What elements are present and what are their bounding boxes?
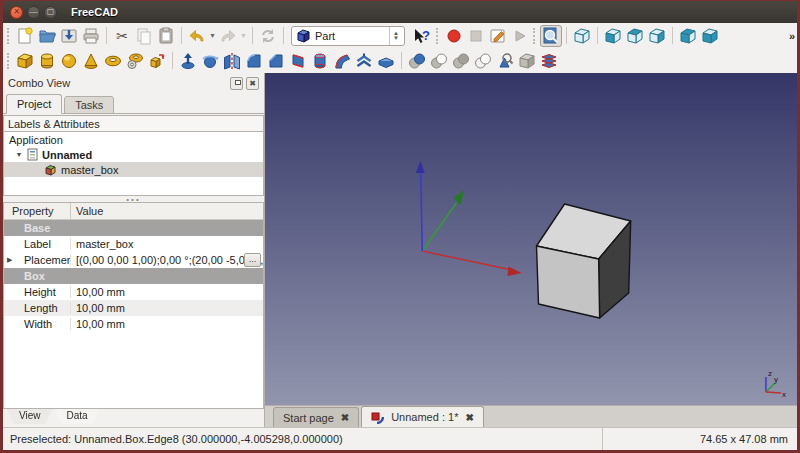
chamfer-icon [266, 51, 286, 71]
cone-icon [81, 51, 101, 71]
tab-tasks[interactable]: Tasks [64, 96, 114, 114]
part-defeaturing-button[interactable] [516, 50, 538, 72]
fit-all-button[interactable] [540, 25, 562, 47]
cut-button[interactable]: ✂ [111, 25, 133, 47]
part-box-button[interactable] [14, 50, 36, 72]
close-tab-icon[interactable]: ✖ [341, 412, 349, 423]
part-sphere-button[interactable] [58, 50, 80, 72]
mdi-tab-document[interactable]: Unnamed : 1* ✖ [361, 406, 484, 427]
property-row-height[interactable]: Height 10,00 mm [4, 284, 263, 300]
expander-icon[interactable]: ▶ [7, 256, 12, 264]
revolve-icon [200, 51, 220, 71]
float-icon [235, 80, 241, 85]
part-chamfer-button[interactable] [265, 50, 287, 72]
whats-this-button[interactable]: ? [408, 25, 434, 47]
part-torus-button[interactable] [102, 50, 124, 72]
window-close-button[interactable]: ✕ [10, 6, 23, 19]
redo-icon [218, 26, 238, 46]
toolbar-overflow-button[interactable]: » [789, 30, 795, 42]
paste-button[interactable] [155, 25, 177, 47]
tree-header: Labels & Attributes [3, 115, 264, 132]
extrude-icon [178, 51, 198, 71]
open-document-button[interactable] [36, 25, 58, 47]
part-cross-sections-button[interactable] [538, 50, 560, 72]
view-bottom-button[interactable] [699, 25, 721, 47]
toolbar-drag-handle[interactable] [436, 28, 439, 44]
tab-project[interactable]: Project [6, 94, 62, 114]
tab-view[interactable]: View [7, 409, 53, 424]
part-mirror-button[interactable] [221, 50, 243, 72]
new-document-button[interactable] [14, 25, 36, 47]
window-minimize-button[interactable]: — [27, 6, 40, 19]
property-group-box[interactable]: Box [4, 268, 263, 284]
part-loft-button[interactable] [309, 50, 331, 72]
part-workbench-icon [296, 28, 311, 43]
axonometric-cube-icon [572, 26, 592, 46]
close-tab-icon[interactable]: ✖ [465, 412, 473, 423]
property-row-width[interactable]: Width 10,00 mm [4, 316, 263, 332]
refresh-button[interactable] [257, 25, 279, 47]
part-section-button[interactable] [472, 50, 494, 72]
toolbar-separator [672, 27, 673, 44]
part-offset-button[interactable] [353, 50, 375, 72]
part-union-button[interactable] [450, 50, 472, 72]
save-document-button[interactable] [58, 25, 80, 47]
3d-viewport[interactable]: z y x [265, 73, 797, 405]
part-sweep-button[interactable] [331, 50, 353, 72]
part-revolve-button[interactable] [199, 50, 221, 72]
part-primitives-button[interactable] [124, 50, 146, 72]
redo-button[interactable] [217, 25, 239, 47]
workbench-selector-spinner[interactable]: ▲▼ [389, 27, 402, 45]
property-group-base[interactable]: Base [4, 220, 263, 236]
part-ruled-surface-button[interactable] [287, 50, 309, 72]
part-cut-button[interactable] [428, 50, 450, 72]
macro-edit-button[interactable] [487, 25, 509, 47]
freecad-document-icon [371, 411, 384, 424]
tree-item-master-box[interactable]: master_box [4, 162, 263, 177]
view-rear-button[interactable] [677, 25, 699, 47]
panel-close-button[interactable]: ✖ [246, 77, 259, 90]
save-icon [59, 26, 79, 46]
tree-item-application[interactable]: Application [4, 132, 263, 147]
property-row-label[interactable]: Label master_box [4, 236, 263, 252]
workbench-selector-value: Part [315, 30, 389, 42]
copy-button[interactable] [133, 25, 155, 47]
right-view-cube-icon [647, 26, 667, 46]
toolbar-drag-handle[interactable] [533, 28, 536, 44]
view-front-button[interactable] [602, 25, 624, 47]
status-message: Preselected: Unnamed.Box.Edge8 (30.00000… [3, 433, 602, 445]
macro-record-button[interactable] [443, 25, 465, 47]
front-view-cube-icon [603, 26, 623, 46]
workbench-selector[interactable]: Part ▲▼ [291, 26, 405, 46]
part-cone-button[interactable] [80, 50, 102, 72]
view-right-button[interactable] [646, 25, 668, 47]
view-top-button[interactable] [624, 25, 646, 47]
part-cylinder-button[interactable] [36, 50, 58, 72]
undo-button[interactable] [186, 25, 208, 47]
part-shape-builder-button[interactable] [146, 50, 168, 72]
redo-dropdown-arrow[interactable]: ▼ [239, 32, 248, 39]
toolbar-drag-handle[interactable] [7, 53, 10, 69]
panel-float-button[interactable] [230, 77, 243, 90]
check-geometry-icon [495, 51, 515, 71]
expander-icon[interactable]: ▼ [14, 151, 24, 158]
toolbar-drag-handle[interactable] [7, 28, 10, 44]
macro-play-button[interactable] [509, 25, 531, 47]
part-fillet-button[interactable] [243, 50, 265, 72]
part-boolean-button[interactable] [406, 50, 428, 72]
undo-dropdown-arrow[interactable]: ▼ [208, 32, 217, 39]
window-maximize-button[interactable]: ▢ [44, 6, 57, 19]
part-thickness-button[interactable] [375, 50, 397, 72]
mdi-tab-start-page[interactable]: Start page ✖ [273, 407, 359, 427]
tree-item-document[interactable]: ▼ Unnamed [4, 147, 263, 162]
macro-stop-button[interactable] [465, 25, 487, 47]
view-axonometric-button[interactable] [571, 25, 593, 47]
part-check-geometry-button[interactable] [494, 50, 516, 72]
freecad-window: ✕ — ▢ FreeCAD ✂ ▼ ▼ Part [0, 0, 800, 453]
property-row-placement[interactable]: ▶ Placement [(0,00 0,00 1,00);0,00 °;(20… [4, 252, 263, 268]
part-extrude-button[interactable] [177, 50, 199, 72]
print-button[interactable] [80, 25, 102, 47]
property-row-length[interactable]: Length 10,00 mm [4, 300, 263, 316]
placement-edit-button[interactable]: ... [244, 253, 261, 267]
tab-data[interactable]: Data [55, 409, 100, 424]
